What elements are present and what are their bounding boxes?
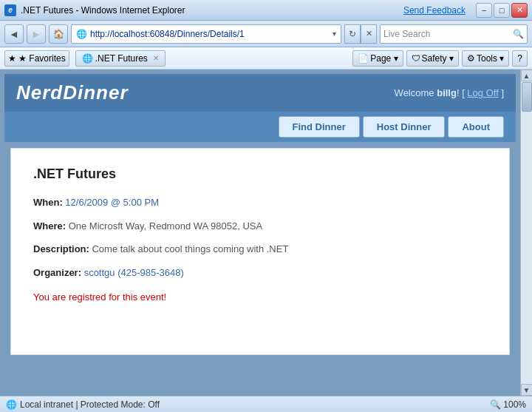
ie-tab-icon: 🌐 xyxy=(82,53,93,64)
browser-content: NerdDinner Welcome billg! [ Log Off ] Fi… xyxy=(0,70,520,396)
maximize-button[interactable]: □ xyxy=(494,3,510,18)
page-outer: NerdDinner Welcome billg! [ Log Off ] Fi… xyxy=(0,70,520,396)
site-header: NerdDinner Welcome billg! [ Log Off ] xyxy=(4,74,516,112)
ie-icon: e xyxy=(4,4,16,16)
search-button[interactable]: 🔍 xyxy=(513,29,524,39)
organizer-value: scottgu (425-985-3648) xyxy=(84,267,184,278)
scroll-thumb[interactable] xyxy=(522,82,532,112)
desc-label: Description: xyxy=(33,243,89,254)
dinner-title: .NET Futures xyxy=(33,166,487,182)
send-feedback-link[interactable]: Send Feedback xyxy=(403,5,466,16)
desc-row: Description: Come talk about cool things… xyxy=(33,242,487,257)
titlebar: e .NET Futures - Windows Internet Explor… xyxy=(0,0,532,21)
where-value: One Microsft Way, Redmond WA 98052, USA xyxy=(69,220,263,232)
safety-menu[interactable]: 🛡 Safety ▾ xyxy=(406,50,459,67)
favorites-label: ★ Favorites xyxy=(18,53,66,64)
scroll-up-button[interactable]: ▲ xyxy=(521,70,533,81)
site-title: NerdDinner xyxy=(16,81,129,104)
scroll-track[interactable] xyxy=(521,81,533,384)
scroll-down-button[interactable]: ▼ xyxy=(521,384,533,396)
about-button[interactable]: About xyxy=(448,116,504,138)
zone-icon: 🌐 xyxy=(6,399,17,410)
search-placeholder: Live Search xyxy=(383,29,513,39)
dropdown-arrow-icon[interactable]: ▾ xyxy=(332,30,336,38)
status-right: 🔍 100% xyxy=(490,399,526,410)
registered-message: You are registred for this event! xyxy=(33,291,487,303)
page-icon: 🌐 xyxy=(76,29,87,39)
shield-icon: 🛡 xyxy=(412,53,420,64)
username: billg xyxy=(437,87,457,98)
site-welcome: Welcome billg! [ Log Off ] xyxy=(395,87,504,98)
toolbar-right: 📄 Page ▾ 🛡 Safety ▾ ⚙ Tools ▾ ? xyxy=(352,50,528,67)
help-button[interactable]: ? xyxy=(512,50,528,67)
window-title: .NET Futures - Windows Internet Explorer xyxy=(21,5,185,16)
favbar: ★ ★ Favorites 🌐 .NET Futures ✕ 📄 Page ▾ … xyxy=(0,47,532,70)
refresh-stop-group: ↻ ✕ xyxy=(344,24,377,44)
forward-button[interactable]: ► xyxy=(27,24,46,44)
tab-close-icon[interactable]: ✕ xyxy=(153,54,159,62)
when-row: When: 12/6/2009 @ 5:00 PM xyxy=(33,195,487,210)
tab-net-futures[interactable]: 🌐 .NET Futures ✕ xyxy=(75,50,166,67)
url-text: http://localhost:60848/Dinners/Details/1 xyxy=(90,29,332,39)
minimize-button[interactable]: − xyxy=(476,3,492,18)
address-bar[interactable]: 🌐 http://localhost:60848/Dinners/Details… xyxy=(71,24,341,44)
where-label: Where: xyxy=(33,220,66,232)
gear-icon: ⚙ xyxy=(467,53,475,64)
logoff-link[interactable]: Log Off xyxy=(467,87,498,98)
tab-label: .NET Futures xyxy=(95,53,148,64)
back-button[interactable]: ◄ xyxy=(4,24,24,44)
favorites-button[interactable]: ★ ★ Favorites xyxy=(4,50,69,67)
find-dinner-button[interactable]: Find Dinner xyxy=(279,116,360,138)
zone-text: Local intranet | Protected Mode: Off xyxy=(20,399,160,410)
home-button[interactable]: 🏠 xyxy=(49,24,68,44)
welcome-text: Welcome xyxy=(395,87,434,98)
star-icon: ★ xyxy=(8,53,16,64)
refresh-button[interactable]: ↻ xyxy=(344,24,361,44)
page-icon: 📄 xyxy=(358,53,369,64)
tools-menu[interactable]: ⚙ Tools ▾ xyxy=(462,50,509,67)
vertical-scrollbar[interactable]: ▲ ▼ xyxy=(520,70,532,396)
organizer-label: Organizer: xyxy=(33,267,81,278)
stop-button[interactable]: ✕ xyxy=(361,24,377,44)
close-button[interactable]: ✕ xyxy=(511,3,528,18)
desc-value: Come talk about cool things coming with … xyxy=(92,243,288,254)
when-value: 12/6/2009 @ 5:00 PM xyxy=(65,197,159,208)
browser-content-area: NerdDinner Welcome billg! [ Log Off ] Fi… xyxy=(0,70,532,396)
when-label: When: xyxy=(33,197,63,208)
site-nav: Find Dinner Host Dinner About xyxy=(4,112,516,142)
page-menu[interactable]: 📄 Page ▾ xyxy=(352,50,403,67)
window-controls: − □ ✕ xyxy=(476,3,528,18)
where-row: Where: One Microsft Way, Redmond WA 9805… xyxy=(33,219,487,234)
search-box[interactable]: Live Search 🔍 xyxy=(380,24,528,44)
statusbar: 🌐 Local intranet | Protected Mode: Off 🔍… xyxy=(0,396,532,412)
status-left: 🌐 Local intranet | Protected Mode: Off xyxy=(6,399,160,410)
host-dinner-button[interactable]: Host Dinner xyxy=(363,116,446,138)
dinner-details-box: .NET Futures When: 12/6/2009 @ 5:00 PM W… xyxy=(10,148,510,355)
titlebar-left: e .NET Futures - Windows Internet Explor… xyxy=(4,4,185,16)
addressbar: ◄ ► 🏠 🌐 http://localhost:60848/Dinners/D… xyxy=(0,21,532,47)
organizer-row: Organizer: scottgu (425-985-3648) xyxy=(33,266,487,280)
zoom-level[interactable]: 🔍 100% xyxy=(490,399,526,410)
